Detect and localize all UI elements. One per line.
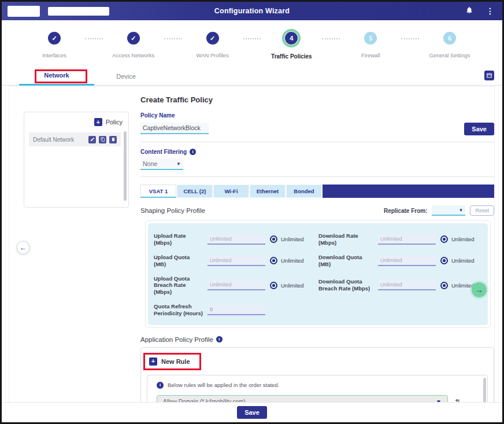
step-label: Firewall — [361, 52, 380, 58]
content-filtering-value: None — [143, 160, 157, 167]
wizard-stepper: ✓ Interfaces ✓ Access Networks ✓ WAN Pro… — [2, 25, 502, 65]
info-icon: i — [157, 382, 164, 389]
scope-tabs: Network Device — [2, 67, 502, 86]
radio-label: Unlimited — [281, 257, 304, 264]
info-icon[interactable]: i — [190, 149, 196, 155]
download-quota-unlimited-radio[interactable] — [440, 257, 448, 264]
configuration-wizard-screen: { "colors": { "primary_navy": "#2e3390",… — [0, 0, 504, 424]
step-number: 4 — [285, 32, 298, 45]
tab-wifi[interactable]: Wi-Fi — [213, 185, 249, 198]
download-quota-input[interactable] — [378, 256, 436, 266]
step-connector — [243, 38, 261, 65]
download-breach-unlimited-radio[interactable] — [440, 282, 448, 289]
replicate-from-label: Replicate From: — [384, 208, 428, 214]
shaping-policy-panel: Upload Rate (Mbps) Unlimited Download Ra… — [148, 223, 488, 325]
policy-name-label: Policy Name — [140, 112, 175, 119]
interface-tabs: VSAT 1 CELL (2) Wi-Fi Ethernet Bonded — [140, 185, 494, 198]
device-view-icon[interactable] — [484, 71, 494, 80]
bottom-action-bar: Save — [2, 402, 502, 422]
upload-rate-label: Upload Rate (Mbps) — [154, 233, 203, 246]
tab-device[interactable]: Device — [106, 67, 146, 86]
step-wan-profiles[interactable]: ✓ WAN Profiles — [182, 25, 243, 65]
step-connector — [164, 38, 182, 65]
step-connector — [85, 38, 103, 65]
list-item-default-network[interactable]: Default Network — [29, 132, 121, 146]
quota-refresh-input[interactable] — [207, 305, 265, 315]
radio-label: Unlimited — [451, 257, 475, 264]
step-number: 6 — [443, 32, 456, 45]
step-general-settings[interactable]: 6 General Settings — [419, 25, 480, 65]
create-traffic-policy-form: Create Traffic Policy Policy Name Save C… — [140, 95, 494, 424]
step-interfaces[interactable]: ✓ Interfaces — [24, 25, 85, 65]
step-label: WAN Profiles — [197, 52, 229, 58]
upload-quota-label: Upload Quota (MB) — [154, 254, 203, 268]
download-rate-label: Download Rate (Mbps) — [318, 233, 373, 246]
save-button-bottom[interactable]: Save — [237, 406, 267, 419]
menu-kebab-icon[interactable]: ⋮ — [486, 7, 494, 15]
radio-label: Unlimited — [281, 282, 304, 289]
upload-quota-input[interactable] — [207, 256, 265, 266]
copy-icon[interactable] — [99, 136, 106, 143]
policy-list-card: + Policy Default Network — [24, 112, 129, 208]
annotation-highlight-network — [35, 69, 87, 83]
check-icon: ✓ — [206, 32, 219, 45]
rules-note: Below rules will be applied in the order… — [168, 382, 279, 388]
plus-icon: + — [94, 118, 102, 126]
upload-quota-unlimited-radio[interactable] — [270, 257, 277, 264]
replicate-from-select[interactable]: ▼ — [432, 205, 465, 216]
step-label: General Settings — [429, 52, 470, 58]
radio-label: Unlimited — [451, 236, 475, 242]
step-connector — [401, 38, 419, 65]
form-title: Create Traffic Policy — [140, 95, 494, 104]
app-header: Configuration Wizard ⋮ — [2, 2, 502, 20]
reset-button[interactable]: Reset — [470, 205, 494, 216]
scrollbar-thumb[interactable] — [124, 131, 127, 201]
add-policy-label: Policy — [106, 119, 123, 126]
shaping-policy-title: Shaping Policy Profile — [140, 207, 205, 214]
content-filtering-label: Content Filtering — [140, 149, 187, 155]
check-icon: ✓ — [48, 32, 61, 45]
delete-icon[interactable] — [109, 136, 117, 143]
radio-label: Unlimited — [281, 236, 304, 242]
upload-rate-unlimited-radio[interactable] — [270, 235, 277, 243]
quota-refresh-label: Quota Refresh Periodicity (Hours) — [154, 303, 203, 317]
chevron-down-icon: ▼ — [176, 161, 181, 167]
divider — [140, 142, 494, 142]
policy-name-input[interactable] — [140, 123, 209, 134]
tab-vsat1[interactable]: VSAT 1 — [140, 185, 176, 198]
upload-breach-rate-input[interactable] — [207, 280, 265, 290]
edit-icon[interactable] — [88, 136, 96, 143]
tab-ethernet[interactable]: Ethernet — [250, 185, 286, 198]
info-icon[interactable]: i — [216, 336, 223, 342]
content-filtering-select[interactable]: None ▼ — [140, 158, 183, 170]
policy-item-name: Default Network — [33, 137, 74, 143]
tab-bonded[interactable]: Bonded — [286, 185, 322, 198]
new-rule-label: New Rule — [161, 358, 190, 365]
divider — [140, 176, 494, 177]
step-label: Traffic Policies — [271, 53, 312, 60]
upload-breach-rate-label: Upload Quota Breach Rate (Mbps) — [154, 275, 203, 296]
upload-breach-unlimited-radio[interactable] — [270, 282, 277, 289]
new-rule-button[interactable]: + New Rule — [143, 353, 201, 370]
save-button[interactable]: Save — [464, 123, 494, 135]
step-number: 5 — [364, 32, 377, 45]
add-policy-button[interactable]: + Policy — [94, 118, 123, 126]
plus-icon: + — [149, 357, 157, 366]
tab-cell[interactable]: CELL (2) — [177, 185, 213, 198]
download-breach-rate-label: Download Quota Breach Rate (Mbps) — [318, 278, 373, 292]
application-policy-title: Application Policy Profile — [140, 336, 213, 343]
page-title: Configuration Wizard — [2, 7, 502, 15]
upload-rate-input[interactable] — [207, 234, 265, 245]
download-breach-rate-input[interactable] — [378, 280, 436, 290]
back-button[interactable]: ← — [16, 241, 30, 255]
download-rate-unlimited-radio[interactable] — [440, 235, 448, 243]
step-label: Interfaces — [42, 52, 66, 58]
step-label: Access Networks — [112, 52, 154, 58]
step-firewall[interactable]: 5 Firewall — [340, 25, 401, 65]
download-rate-input[interactable] — [378, 234, 436, 245]
step-traffic-policies[interactable]: 4 Traffic Policies — [261, 25, 322, 65]
step-access-networks[interactable]: ✓ Access Networks — [103, 25, 164, 65]
bell-icon[interactable] — [465, 6, 473, 17]
next-arrow-button[interactable]: → — [472, 282, 487, 297]
tab-bar-filler — [323, 185, 494, 198]
